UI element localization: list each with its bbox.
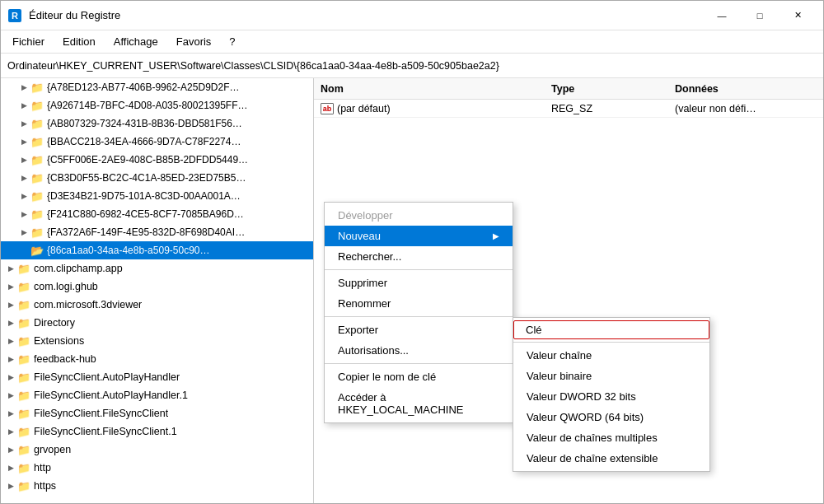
ctx-rename[interactable]: Renommer — [325, 293, 513, 314]
close-button[interactable]: ✕ — [779, 1, 817, 30]
tree-item[interactable]: ▶ 📁 grvopen — [1, 441, 313, 459]
menu-favoris[interactable]: Favoris — [168, 32, 220, 51]
address-path: Ordinateur\HKEY_CURRENT_USER\Software\Cl… — [7, 60, 499, 72]
tree-item-selected[interactable]: 📂 {86ca1aa0-34aa-4e8b-a509-50c90… — [1, 241, 313, 259]
registry-editor-window: R Éditeur du Registre — □ ✕ Fichier Edit… — [0, 0, 824, 504]
tree-item[interactable]: ▶ 📁 {F241C880-6982-4CE5-8CF7-7085BA96D… — [1, 205, 313, 223]
ctx-search-label: Rechercher... — [338, 250, 401, 263]
submenu-dword-value-label: Valeur DWORD 32 bits — [527, 390, 636, 403]
ctx-separator-1 — [325, 269, 513, 270]
submenu-string-value-label: Valeur chaîne — [527, 349, 592, 362]
folder-icon: 📁 — [30, 208, 44, 221]
tree-label: Directory — [34, 317, 75, 329]
ctx-search[interactable]: Rechercher... — [325, 246, 513, 267]
folder-icon: 📁 — [30, 81, 44, 94]
tree-item[interactable]: ▶ 📁 feedback-hub — [1, 350, 313, 368]
tree-item[interactable]: ▶ 📁 FileSyncClient.AutoPlayHandler — [1, 368, 313, 386]
ctx-copy-key[interactable]: Copier le nom de clé — [325, 366, 513, 387]
submenu-string-value[interactable]: Valeur chaîne — [513, 345, 709, 366]
menu-affichage[interactable]: Affichage — [105, 32, 166, 51]
toggle-icon: ▶ — [4, 479, 17, 492]
minimize-button[interactable]: — — [703, 1, 741, 30]
tree-label: com.logi.ghub — [34, 281, 98, 292]
col-header-type: Type — [545, 83, 668, 95]
tree-item[interactable]: ▶ 📁 {BBACC218-34EA-4666-9D7A-C78F2274… — [1, 133, 313, 151]
submenu-key[interactable]: Clé — [513, 320, 709, 339]
tree-label-selected: {86ca1aa0-34aa-4e8b-a509-50c90… — [47, 245, 210, 256]
tree-item[interactable]: ▶ 📁 FileSyncClient.FileSyncClient.1 — [1, 422, 313, 441]
ctx-new-label: Nouveau — [338, 230, 381, 242]
tree-item[interactable]: ▶ 📁 com.clipchamp.app — [1, 259, 313, 278]
tree-item[interactable]: ▶ 📁 http — [1, 459, 313, 477]
submenu-expandstring-value[interactable]: Valeur de chaîne extensible — [513, 448, 709, 469]
tree-label: FileSyncClient.AutoPlayHandler — [34, 371, 180, 383]
col-header-name: Nom — [314, 83, 545, 95]
tree-item[interactable]: ▶ 📁 {AB807329-7324-431B-8B36-DBD581F56… — [1, 114, 313, 133]
ctx-develop[interactable]: Développer — [325, 205, 513, 226]
folder-icon: 📁 — [17, 425, 30, 438]
ctx-export-label: Exporter — [338, 324, 378, 336]
ctx-new[interactable]: Nouveau ▶ — [325, 226, 513, 246]
toggle-icon: ▶ — [17, 208, 30, 221]
tree-item[interactable]: ▶ 📁 {C5FF006E-2AE9-408C-B85B-2DFDD5449… — [1, 151, 313, 169]
toggle-icon: ▶ — [4, 280, 17, 293]
folder-icon: 📁 — [30, 226, 44, 239]
toggle-icon: ▶ — [17, 99, 30, 112]
tree-pane[interactable]: ▶ 📁 {A78ED123-AB77-406B-9962-A25D9D2F… ▶… — [1, 78, 314, 503]
menu-bar: Fichier Edition Affichage Favoris ? — [1, 30, 823, 54]
toggle-icon: ▶ — [17, 226, 30, 239]
folder-open-icon: 📂 — [30, 244, 44, 257]
value-data: (valeur non défi… — [668, 103, 823, 114]
tree-item[interactable]: ▶ 📁 com.logi.ghub — [1, 278, 313, 296]
toggle-icon: ▶ — [17, 189, 30, 203]
submenu-multistring-label: Valeur de chaînes multiples — [527, 432, 658, 444]
menu-fichier[interactable]: Fichier — [4, 32, 53, 51]
toggle-icon: ▶ — [4, 371, 17, 384]
toggle-icon: ▶ — [4, 316, 17, 329]
tree-label: FileSyncClient.FileSyncClient — [34, 408, 168, 419]
tree-item[interactable]: ▶ 📁 Directory — [1, 314, 313, 332]
tree-label: grvopen — [34, 444, 71, 455]
tree-item[interactable]: ▶ 📁 https — [1, 477, 313, 495]
detail-header: Nom Type Données — [314, 78, 823, 100]
ab-icon: ab — [321, 103, 334, 114]
tree-item[interactable]: ▶ 📁 Extensions — [1, 332, 313, 350]
tree-item[interactable]: ▶ 📁 FileSyncClient.AutoPlayHandler.1 — [1, 386, 313, 404]
ctx-copy-key-label: Copier le nom de clé — [338, 371, 436, 383]
folder-icon: 📁 — [30, 189, 44, 203]
tree-item[interactable]: ▶ 📁 {A926714B-7BFC-4D08-A035-80021395FF… — [1, 96, 313, 114]
value-name: (par défaut) — [337, 103, 391, 114]
tree-label: feedback-hub — [34, 353, 96, 365]
submenu-dword-value[interactable]: Valeur DWORD 32 bits — [513, 386, 709, 407]
tree-item[interactable]: ▶ 📁 {A78ED123-AB77-406B-9962-A25D9D2F… — [1, 78, 313, 96]
toggle-icon: ▶ — [4, 352, 17, 366]
ctx-permissions[interactable]: Autorisations... — [325, 340, 513, 361]
tree-item[interactable]: ▶ 📁 {FA372A6F-149F-4E95-832D-8F698D40AI… — [1, 223, 313, 241]
menu-edition[interactable]: Edition — [54, 32, 104, 51]
ctx-goto-hklm[interactable]: Accéder à HKEY_LOCAL_MACHINE — [325, 387, 513, 420]
submenu-multistring-value[interactable]: Valeur de chaînes multiples — [513, 427, 709, 448]
menu-help[interactable]: ? — [221, 32, 243, 51]
col-header-data: Données — [668, 83, 823, 95]
submenu-key-label: Clé — [526, 324, 542, 336]
maximize-button[interactable]: □ — [741, 1, 779, 30]
submenu-qword-value[interactable]: Valeur QWORD (64 bits) — [513, 407, 709, 427]
submenu-binary-value[interactable]: Valeur binaire — [513, 366, 709, 386]
tree-item[interactable]: ▶ 📁 com.microsoft.3dviewer — [1, 296, 313, 314]
address-bar: Ordinateur\HKEY_CURRENT_USER\Software\Cl… — [1, 54, 823, 78]
folder-icon: 📁 — [17, 443, 30, 456]
folder-icon: 📁 — [17, 479, 30, 492]
folder-icon: 📁 — [17, 352, 30, 366]
submenu-arrow-icon: ▶ — [493, 231, 499, 240]
tree-label: {FA372A6F-149F-4E95-832D-8F698D40AI… — [47, 226, 245, 238]
tree-label: FileSyncClient.AutoPlayHandler.1 — [34, 390, 188, 401]
tree-item[interactable]: ▶ 📁 FileSyncClient.FileSyncClient — [1, 404, 313, 422]
tree-label: {BBACC218-34EA-4666-9D7A-C78F2274… — [47, 136, 241, 147]
folder-icon: 📁 — [17, 371, 30, 384]
folder-icon: 📁 — [17, 298, 30, 311]
ctx-export[interactable]: Exporter — [325, 320, 513, 340]
detail-row[interactable]: ab (par défaut) REG_SZ (valeur non défi… — [314, 100, 823, 118]
ctx-delete[interactable]: Supprimer — [325, 273, 513, 293]
tree-item[interactable]: ▶ 📁 {D3E34B21-9D75-101A-8C3D-00AA001A… — [1, 187, 313, 205]
tree-item[interactable]: ▶ 📁 {CB3D0F55-BC2C-4C1A-85ED-23ED75B5… — [1, 169, 313, 187]
